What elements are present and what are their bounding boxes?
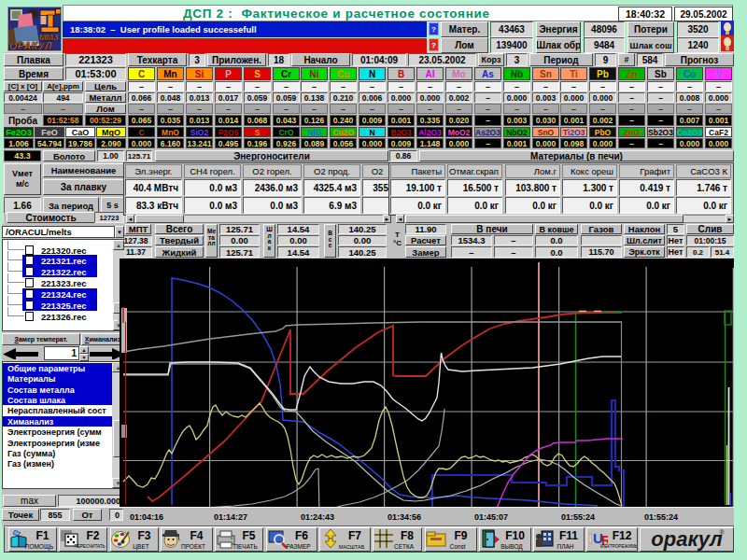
svg-text:ОРАКУЛ: ОРАКУЛ xyxy=(9,40,52,50)
svg-text:I: I xyxy=(588,530,592,546)
